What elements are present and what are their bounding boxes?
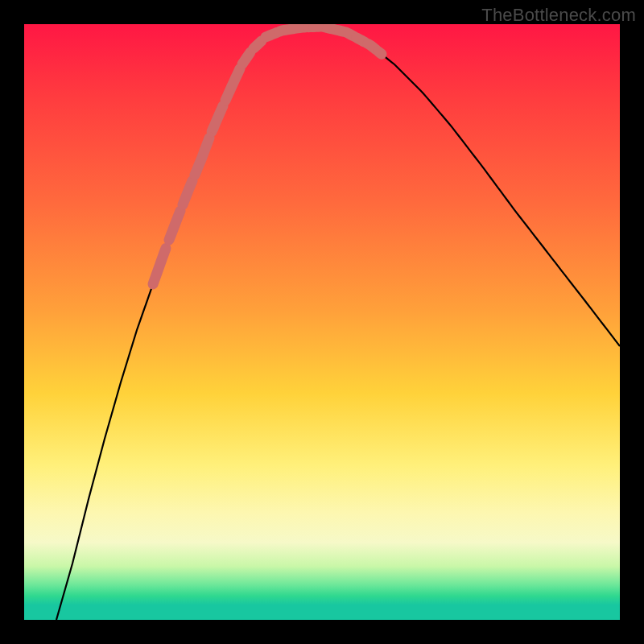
curve-layer [24,24,620,620]
curve-highlight-bead [242,52,250,64]
curve-highlight-bead [153,248,166,284]
curve-highlight-bead [254,41,262,48]
curve-highlight-group [153,27,382,284]
plot-area [24,24,620,620]
curve-highlight-bead [378,52,382,54]
curve-highlight-bead [195,138,209,175]
bottleneck-curve [56,27,620,620]
outer-frame: TheBottleneck.com [0,0,644,644]
curve-highlight-bead [183,180,192,204]
curve-highlight-bead [213,106,223,129]
curve-highlight-bead [169,211,180,240]
watermark-text: TheBottleneck.com [481,5,636,26]
curve-highlight-bead [225,68,240,101]
